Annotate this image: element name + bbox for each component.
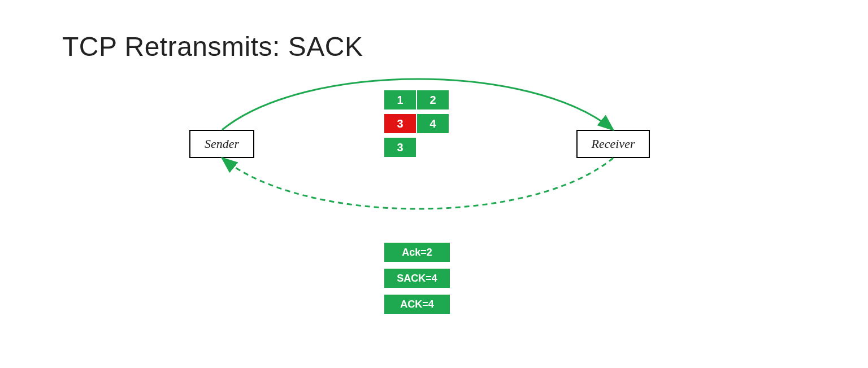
sender-node: Sender — [189, 130, 254, 158]
back-arrow — [222, 158, 613, 209]
diagram-title: TCP Retransmits: SACK — [62, 31, 363, 62]
receiver-node: Receiver — [576, 130, 650, 158]
packet-4: 4 — [417, 114, 449, 133]
packet-1: 1 — [384, 90, 416, 109]
ack-4: ACK=4 — [384, 295, 450, 314]
diagram-stage: TCP Retransmits: SACK Sender Receiver 1 … — [0, 0, 868, 368]
packet-3-lost: 3 — [384, 114, 416, 133]
packet-2: 2 — [417, 90, 449, 109]
sack-4: SACK=4 — [384, 269, 450, 288]
ack-2: Ack=2 — [384, 243, 450, 262]
packet-3-retransmit: 3 — [384, 138, 416, 157]
